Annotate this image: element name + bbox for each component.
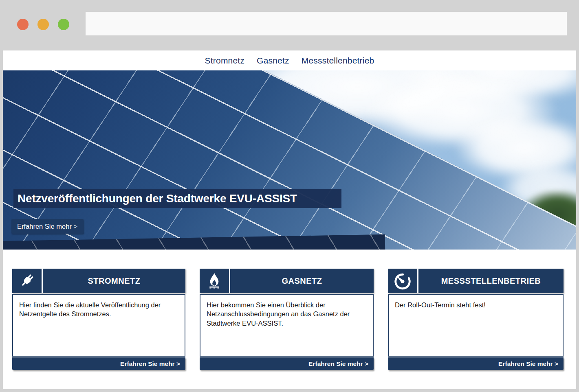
gauge-icon: [388, 269, 417, 293]
nav-item-messstellenbetrieb[interactable]: Messstellenbetrieb: [302, 56, 374, 66]
card-cta-label: Erfahren Sie mehr >: [308, 360, 368, 368]
card-cta-stromnetz[interactable]: Erfahren Sie mehr >: [12, 357, 185, 370]
card-text: Der Roll-Out-Termin steht fest!: [395, 300, 557, 309]
card-messstellenbetrieb: MESSSTELLENBETRIEB Der Roll-Out-Termin s…: [388, 269, 564, 370]
card-header-gasnetz: GASNETZ: [200, 269, 374, 293]
card-header-stromnetz: STROMNETZ: [12, 269, 185, 293]
window-zoom-button[interactable]: [58, 19, 69, 30]
address-bar-input[interactable]: [86, 12, 567, 35]
card-body: Hier bekommen Sie einen Überblick der Ne…: [200, 294, 374, 357]
hero-image: Netzveröffentlichungen der Stadtwerke EV…: [3, 70, 576, 250]
card-title: GASNETZ: [230, 269, 374, 293]
teaser-cards: STROMNETZ Hier finden Sie die aktuelle V…: [3, 250, 576, 370]
window-minimize-button[interactable]: [37, 19, 49, 30]
card-cta-label: Erfahren Sie mehr >: [120, 360, 180, 368]
card-cta-label: Erfahren Sie mehr >: [498, 360, 558, 368]
card-body: Hier finden Sie die aktuelle Veröffentli…: [12, 294, 185, 357]
browser-chrome: [0, 0, 579, 50]
card-text: Hier finden Sie die aktuelle Veröffentli…: [19, 300, 178, 319]
card-body: Der Roll-Out-Termin steht fest!: [388, 294, 564, 357]
card-stromnetz: STROMNETZ Hier finden Sie die aktuelle V…: [12, 269, 185, 370]
card-cta-gasnetz[interactable]: Erfahren Sie mehr >: [200, 357, 374, 370]
nav-item-stromnetz[interactable]: Stromnetz: [205, 56, 245, 66]
card-cta-messstellenbetrieb[interactable]: Erfahren Sie mehr >: [388, 357, 564, 370]
plug-icon: [12, 269, 42, 293]
hero-cta-label: Erfahren Sie mehr >: [17, 223, 77, 230]
window-close-button[interactable]: [17, 19, 29, 30]
card-title: MESSSTELLENBETRIEB: [418, 269, 564, 293]
card-text: Hier bekommen Sie einen Überblick der Ne…: [207, 300, 367, 328]
hero-cta-button[interactable]: Erfahren Sie mehr >: [11, 219, 84, 234]
hero-title: Netzveröffentlichungen der Stadtwerke EV…: [13, 189, 341, 208]
main-nav: Stromnetz Gasnetz Messstellenbetrieb: [3, 50, 576, 70]
flame-icon: [200, 269, 229, 293]
card-header-messstellenbetrieb: MESSSTELLENBETRIEB: [388, 269, 564, 293]
nav-item-gasnetz[interactable]: Gasnetz: [257, 56, 289, 66]
page: Stromnetz Gasnetz Messstellenbetrieb Net…: [3, 50, 576, 389]
card-title: STROMNETZ: [43, 269, 185, 293]
card-gasnetz: GASNETZ Hier bekommen Sie einen Überblic…: [200, 269, 374, 370]
